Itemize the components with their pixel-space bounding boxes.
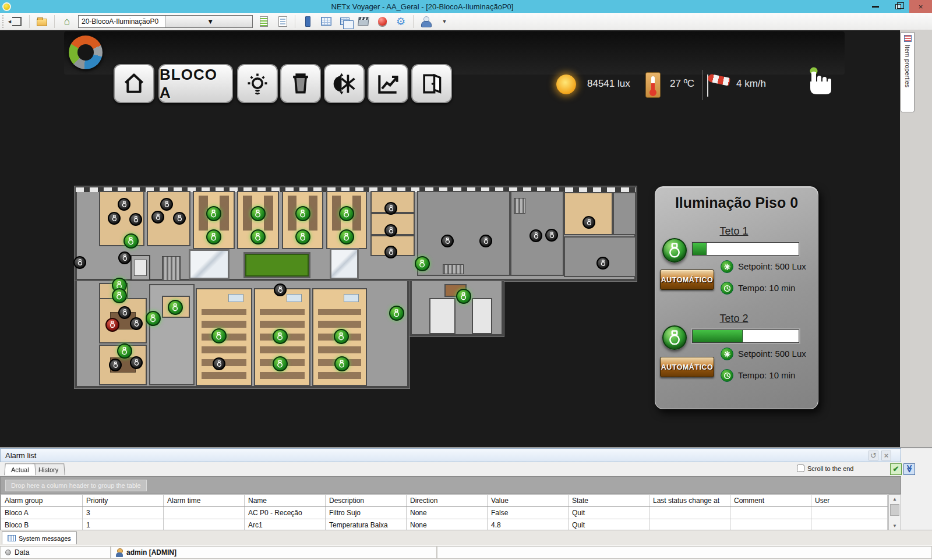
alarm-cell[interactable]: 4.8 — [488, 519, 569, 531]
lamp-button[interactable] — [273, 356, 288, 371]
teto1-auto-button[interactable]: AUTOMÁTICO — [660, 270, 714, 290]
pin-icon[interactable]: ↺ — [869, 451, 878, 460]
lamp-button[interactable] — [456, 289, 471, 304]
tab-history[interactable]: History — [31, 463, 65, 475]
lamp-button[interactable] — [206, 229, 221, 244]
column-header[interactable]: Last status change at — [649, 495, 730, 507]
alarm-cell[interactable] — [649, 507, 730, 519]
lamp-button[interactable] — [130, 356, 143, 369]
lamp-button[interactable] — [339, 229, 354, 244]
lamp-button[interactable] — [295, 229, 310, 244]
lamp-button[interactable] — [151, 211, 164, 224]
alarm-cell[interactable]: 1 — [83, 519, 164, 531]
lamp-button[interactable] — [206, 206, 221, 221]
lamp-button[interactable] — [108, 212, 121, 225]
lamp-button[interactable] — [384, 246, 397, 258]
lamp-button[interactable] — [441, 235, 454, 247]
lamp-button[interactable] — [334, 329, 349, 344]
alarm-cell[interactable] — [811, 507, 888, 519]
alarm-button[interactable] — [375, 15, 390, 29]
lamp-button[interactable] — [339, 206, 354, 221]
column-header[interactable]: Alarm group — [1, 495, 83, 507]
scroll-down-arrow[interactable]: ▼ — [889, 522, 901, 530]
teto1-lamp-button[interactable] — [662, 238, 687, 263]
multi-table-button[interactable] — [337, 15, 352, 29]
exit-button[interactable] — [9, 15, 24, 29]
report-button[interactable] — [275, 15, 290, 29]
lamp-button[interactable] — [213, 357, 225, 370]
alarm-cell[interactable]: Bloco B — [1, 519, 83, 531]
lamp-button[interactable] — [415, 256, 430, 271]
lamp-button[interactable] — [123, 233, 139, 249]
lamp-button[interactable] — [334, 356, 350, 371]
lamp-button[interactable] — [129, 213, 142, 226]
lamp-button[interactable] — [168, 300, 183, 315]
home-nav-button[interactable] — [114, 64, 154, 103]
lamp-button[interactable] — [211, 328, 227, 343]
minimize-button[interactable] — [864, 0, 887, 13]
alarm-cell[interactable]: 3 — [83, 507, 164, 519]
lamp-button[interactable] — [118, 251, 131, 264]
column-header[interactable]: Direction — [407, 495, 488, 507]
alarm-cell[interactable]: Arc1 — [245, 519, 326, 531]
teto2-dimmer-track[interactable] — [692, 329, 799, 343]
alarm-row[interactable]: Bloco B1Arc1Temperatura BaixaNone4.8Quit — [1, 519, 888, 531]
lamp-button[interactable] — [118, 198, 130, 211]
lamp-button[interactable] — [117, 343, 132, 359]
lamp-button[interactable] — [130, 317, 143, 330]
teto2-auto-button[interactable]: AUTOMÁTICO — [660, 357, 714, 377]
user-button[interactable] — [418, 15, 433, 29]
tab-actual[interactable]: Actual — [4, 463, 36, 475]
alarm-cell[interactable] — [811, 519, 888, 531]
alarm-cell[interactable] — [164, 507, 245, 519]
teto2-lamp-button[interactable] — [662, 325, 687, 350]
hvac-nav-button[interactable] — [324, 64, 365, 103]
lamp-button[interactable] — [160, 198, 173, 211]
lamp-button[interactable] — [274, 283, 287, 296]
restore-button[interactable] — [887, 0, 909, 13]
lamp-button[interactable] — [118, 306, 131, 319]
lamp-button[interactable] — [173, 212, 186, 225]
collapse-button[interactable]: ≫ — [903, 463, 915, 475]
lamp-button[interactable] — [295, 206, 310, 221]
waste-nav-button[interactable] — [280, 64, 321, 103]
lamp-button[interactable] — [384, 202, 397, 215]
alarm-cell[interactable]: AC P0 - Receção — [245, 507, 326, 519]
lamp-button[interactable] — [384, 224, 397, 237]
alarm-cell[interactable] — [649, 519, 730, 531]
table-view-button[interactable] — [319, 15, 334, 29]
lamp-button[interactable] — [105, 318, 119, 332]
alarm-cell[interactable]: False — [488, 507, 569, 519]
column-header[interactable]: Comment — [730, 495, 811, 507]
item-properties-tab[interactable]: Item properties — [901, 32, 915, 112]
lamp-button[interactable] — [529, 229, 542, 242]
column-header[interactable]: Value — [488, 495, 569, 507]
scroll-up-arrow[interactable]: ▲ — [889, 495, 901, 504]
lighting-nav-button[interactable] — [237, 64, 278, 103]
lamp-button[interactable] — [109, 359, 122, 371]
dropdown-arrow-icon[interactable]: ▼ — [165, 16, 253, 27]
column-header[interactable]: Priority — [83, 495, 164, 507]
panel-button[interactable] — [300, 15, 315, 29]
lamp-button[interactable] — [545, 229, 558, 242]
alarm-cell[interactable]: None — [407, 507, 488, 519]
lamp-button[interactable] — [582, 216, 595, 229]
alarm-cell[interactable]: Quit — [569, 507, 649, 519]
close-panel-icon[interactable]: × — [881, 451, 891, 460]
lamp-button[interactable] — [273, 329, 288, 344]
access-nav-button[interactable] — [411, 64, 452, 103]
column-header[interactable]: User — [811, 495, 888, 507]
acknowledge-button[interactable]: ✔ — [890, 463, 902, 475]
scroll-thumb[interactable] — [890, 504, 899, 516]
lamp-button[interactable] — [596, 257, 609, 270]
bloco-a-button[interactable]: BLOCO A — [158, 64, 233, 103]
settings-button[interactable]: ⚙ — [393, 15, 408, 29]
lamp-button[interactable] — [146, 311, 161, 326]
toolbar-grip[interactable] — [2, 15, 5, 28]
alarm-cell[interactable] — [730, 519, 811, 531]
touch-hand-icon[interactable] — [806, 66, 832, 100]
alarm-cell[interactable] — [164, 519, 245, 531]
close-button[interactable]: × — [909, 0, 932, 13]
open-button[interactable] — [34, 15, 50, 29]
list-button[interactable] — [256, 15, 271, 29]
